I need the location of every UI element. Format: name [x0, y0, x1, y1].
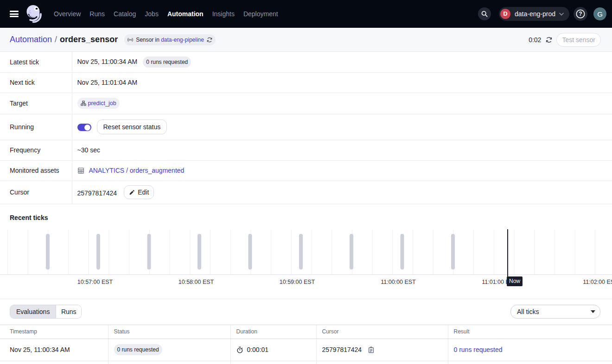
svg-text:10:57:00 EST: 10:57:00 EST [77, 279, 113, 285]
svg-text:?: ? [579, 11, 582, 17]
svg-text:11:00:00 EST: 11:00:00 EST [381, 279, 416, 285]
svg-text:11:02:00 EST: 11:02:00 EST [583, 279, 612, 285]
svg-text:10:59:00 EST: 10:59:00 EST [280, 279, 315, 285]
svg-text:10:58:00 EST: 10:58:00 EST [178, 279, 214, 285]
